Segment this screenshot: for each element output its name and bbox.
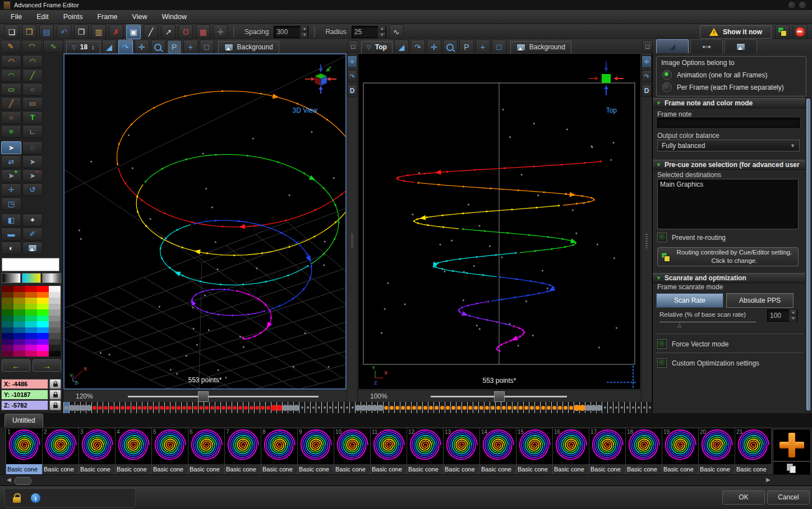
- timeline-cell[interactable]: [316, 402, 321, 413]
- palette-swatch[interactable]: [13, 316, 25, 322]
- paste-button[interactable]: ▥: [91, 25, 106, 39]
- timeline-cell[interactable]: [562, 402, 568, 413]
- timeline-cell[interactable]: [506, 402, 512, 413]
- frame-thumbnail[interactable]: 13Basic cone: [444, 428, 480, 474]
- stop-output-button[interactable]: [793, 25, 808, 39]
- palette-swatch[interactable]: [2, 286, 13, 292]
- palette-swatch[interactable]: [49, 316, 61, 322]
- menu-item-window[interactable]: Window: [154, 10, 193, 24]
- orientation-gizmo[interactable]: [587, 61, 626, 96]
- timeline-cell[interactable]: [394, 402, 400, 413]
- relative-scanrate-stepper[interactable]: ▲▼: [767, 309, 797, 322]
- palette-swatch[interactable]: [13, 298, 25, 304]
- timeline-cell[interactable]: [619, 402, 624, 413]
- timeline-cell[interactable]: [86, 402, 91, 413]
- timeline-cell[interactable]: [473, 402, 478, 413]
- left-viewport-3d[interactable]: 3D View X Y Z 553 points*: [63, 53, 347, 390]
- palette-swatch[interactable]: [25, 292, 37, 298]
- palette-swatch[interactable]: [37, 333, 49, 339]
- timeline-cell[interactable]: [226, 402, 232, 413]
- timeline-cell[interactable]: [557, 402, 562, 413]
- palette-swatch[interactable]: [25, 286, 37, 292]
- timeline-cell[interactable]: [125, 402, 131, 413]
- palette-swatch[interactable]: [2, 351, 13, 357]
- timeline-cell[interactable]: [574, 402, 579, 413]
- timeline-cell[interactable]: [630, 402, 635, 413]
- timeline-cell[interactable]: [114, 402, 119, 413]
- palette-swatch[interactable]: [37, 286, 49, 292]
- right-viewport-top[interactable]: Top Y X Z 553 points*: [358, 53, 641, 390]
- palette-swatch[interactable]: [13, 286, 25, 292]
- frame-thumbnail[interactable]: 16Basic cone: [553, 428, 589, 474]
- palette-swatch[interactable]: [25, 327, 37, 334]
- panel-scrollbar-thumb[interactable]: [806, 99, 810, 410]
- timeline-cell[interactable]: [484, 402, 490, 413]
- timeline-cell[interactable]: [546, 402, 551, 413]
- slider-marker-icon[interactable]: △: [677, 322, 681, 328]
- palette-swatch[interactable]: [49, 309, 61, 316]
- timeline-cell[interactable]: [635, 402, 641, 413]
- lock-icon[interactable]: [13, 497, 21, 503]
- menu-item-frame[interactable]: Frame: [90, 10, 124, 24]
- timeline-cell[interactable]: [209, 402, 215, 413]
- timeline-cell[interactable]: [333, 402, 338, 413]
- bezier-curve-button[interactable]: ◠: [22, 40, 42, 53]
- timeline-cell[interactable]: [91, 402, 97, 413]
- palette-swatch[interactable]: [37, 351, 49, 357]
- timeline-cell[interactable]: [254, 402, 260, 413]
- palette-swatch[interactable]: [2, 309, 13, 316]
- radio-per-frame[interactable]: Per Frame (each Frame separately): [662, 82, 784, 92]
- destination-item[interactable]: Main Graphics: [658, 179, 798, 189]
- palette-swatch[interactable]: [25, 304, 37, 310]
- maximize-right-viewport-button[interactable]: □: [642, 40, 653, 53]
- timeline-cell[interactable]: [355, 402, 361, 413]
- snap-to-grid-button[interactable]: ▦: [196, 25, 210, 39]
- palette-swatch[interactable]: [37, 321, 49, 327]
- timeline-cell[interactable]: [607, 402, 613, 413]
- timeline-cell[interactable]: [164, 402, 170, 413]
- absolute-pps-button[interactable]: Absolute PPS: [726, 293, 793, 308]
- timeline-cell[interactable]: [198, 402, 204, 413]
- frame-thumbnail[interactable]: 18Basic cone: [626, 428, 662, 474]
- palette-swatch[interactable]: [49, 339, 61, 345]
- palette-swatch[interactable]: [37, 309, 49, 316]
- timeline-cell[interactable]: [624, 402, 630, 413]
- current-color-swatch[interactable]: [2, 258, 59, 271]
- frame-thumbnail[interactable]: 19Basic cone: [662, 428, 699, 474]
- timeline-cell[interactable]: [276, 402, 282, 413]
- timeline-cell[interactable]: [512, 402, 518, 413]
- color-picker-button[interactable]: ✐: [22, 228, 43, 240]
- palette-swatch[interactable]: [2, 327, 13, 334]
- ok-button[interactable]: OK: [722, 491, 765, 505]
- timeline-cell[interactable]: [400, 402, 405, 413]
- palette-swatch[interactable]: [13, 321, 25, 327]
- splitter-grip[interactable]: [351, 234, 353, 248]
- timeline-cell[interactable]: [405, 402, 411, 413]
- pan-view-button[interactable]: ✛: [642, 55, 652, 68]
- palette-swatch[interactable]: [2, 298, 13, 304]
- timeline-cell[interactable]: [136, 402, 142, 413]
- palette-swatch[interactable]: [37, 298, 49, 304]
- select-remove-button[interactable]: ➤−: [22, 169, 43, 182]
- line-points-button[interactable]: ╱: [1, 97, 21, 110]
- delete-button[interactable]: ✗: [109, 25, 123, 39]
- select-button[interactable]: ➤: [1, 141, 21, 154]
- palette-pages-button[interactable]: [775, 25, 790, 39]
- save-file-button[interactable]: ▤: [39, 25, 54, 39]
- timeline-cell[interactable]: [551, 402, 557, 413]
- timeline-cell[interactable]: [518, 402, 523, 413]
- menu-item-edit[interactable]: Edit: [29, 10, 56, 24]
- frame-thumbnail[interactable]: 5Basic cone: [152, 428, 188, 474]
- timeline-cell[interactable]: [75, 402, 80, 413]
- document-tab[interactable]: Untitled: [4, 414, 43, 427]
- points-visibility-button[interactable]: P: [167, 40, 182, 54]
- spinner-arrows-icon[interactable]: ▲▼: [300, 26, 308, 38]
- timeline-cell[interactable]: [310, 402, 316, 413]
- palette-swatch[interactable]: [49, 298, 61, 304]
- cancel-button[interactable]: Cancel: [767, 491, 810, 505]
- timeline-cell[interactable]: [237, 402, 243, 413]
- arc-tangent-button[interactable]: ◠: [1, 69, 21, 82]
- selection-frame-button[interactable]: □: [492, 40, 506, 54]
- splitter-grip[interactable]: [645, 234, 648, 248]
- timeline-cell[interactable]: [501, 402, 506, 413]
